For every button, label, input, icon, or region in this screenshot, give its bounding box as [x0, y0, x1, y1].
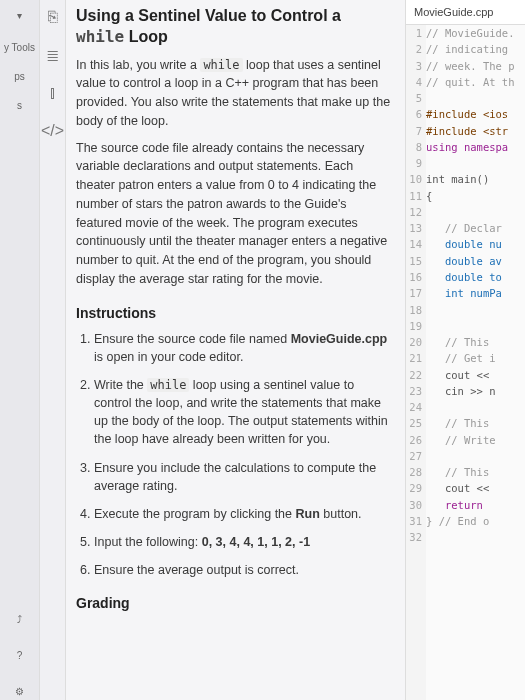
line-number: 30	[406, 497, 422, 513]
code-icon[interactable]: </>	[44, 122, 62, 140]
ps-label: ps	[14, 71, 25, 82]
line-number: 5	[406, 90, 422, 106]
gear-icon: ⚙	[11, 682, 29, 700]
collapse-button[interactable]: ▾	[11, 6, 29, 24]
line-number: 26	[406, 432, 422, 448]
code-line[interactable]	[426, 302, 525, 318]
line-number: 7	[406, 123, 422, 139]
settings-button[interactable]: ⚙	[11, 682, 29, 700]
page-title: Using a Sentinel Value to Control a whil…	[76, 6, 391, 48]
s-nav[interactable]: s	[17, 100, 22, 111]
line-number: 28	[406, 464, 422, 480]
share-button[interactable]: ⤴	[11, 610, 29, 628]
code-line[interactable]	[426, 204, 525, 220]
line-number: 13	[406, 220, 422, 236]
step5-input: 0, 3, 4, 4, 1, 1, 2, -1	[202, 535, 310, 549]
s-label: s	[17, 100, 22, 111]
code-line[interactable]: // indicating	[426, 41, 525, 57]
help-icon: ?	[11, 646, 29, 664]
line-number: 24	[406, 399, 422, 415]
list-icon[interactable]: ≣	[44, 46, 62, 64]
code-line[interactable]	[426, 155, 525, 171]
intro-paragraph: In this lab, you write a while loop that…	[76, 56, 391, 131]
line-number: 11	[406, 188, 422, 204]
description-paragraph: The source code file already contains th…	[76, 139, 391, 289]
line-number: 12	[406, 204, 422, 220]
line-number: 23	[406, 383, 422, 399]
code-line[interactable]	[426, 448, 525, 464]
book-icon[interactable]: ⎘	[44, 8, 62, 26]
code-line[interactable]: #include <str	[426, 123, 525, 139]
instructions-panel: Using a Sentinel Value to Control a whil…	[66, 0, 405, 700]
step-6: Ensure the average output is correct.	[94, 561, 391, 579]
title-text-2: Loop	[129, 28, 168, 45]
line-number: 9	[406, 155, 422, 171]
step4-b: button.	[320, 507, 362, 521]
code-line[interactable]: // Write	[426, 432, 525, 448]
code-line[interactable]: int main()	[426, 171, 525, 187]
code-line[interactable]	[426, 529, 525, 545]
code-line[interactable]	[426, 399, 525, 415]
step4-run: Run	[296, 507, 320, 521]
code-line[interactable]: cout <<	[426, 480, 525, 496]
editor-tab[interactable]: MovieGuide.cpp	[406, 0, 525, 25]
chart-icon[interactable]: ⫿	[44, 84, 62, 102]
line-number: 29	[406, 480, 422, 496]
step-1: Ensure the source code file named MovieG…	[94, 330, 391, 366]
code-line[interactable]: // quit. At th	[426, 74, 525, 90]
line-number: 3	[406, 58, 422, 74]
line-number: 20	[406, 334, 422, 350]
code-line[interactable]	[426, 90, 525, 106]
code-line[interactable]: double av	[426, 253, 525, 269]
code-line[interactable]	[426, 318, 525, 334]
line-number: 21	[406, 350, 422, 366]
line-number: 17	[406, 285, 422, 301]
title-text-1: Using a Sentinel Value to Control a	[76, 7, 341, 24]
intro-keyword: while	[200, 58, 242, 72]
code-line[interactable]: // week. The p	[426, 58, 525, 74]
line-gutter: 1234567891011121314151617181920212223242…	[406, 25, 426, 700]
code-area[interactable]: // MovieGuide.// indicating// week. The …	[426, 25, 525, 700]
step1-b: is open in your code editor.	[94, 350, 243, 364]
code-line[interactable]: #include <ios	[426, 106, 525, 122]
code-line[interactable]: double nu	[426, 236, 525, 252]
line-number: 1	[406, 25, 422, 41]
tools-nav[interactable]: y Tools	[4, 42, 35, 53]
code-line[interactable]: } // End o	[426, 513, 525, 529]
code-line[interactable]: double to	[426, 269, 525, 285]
code-line[interactable]: // Get i	[426, 350, 525, 366]
line-number: 15	[406, 253, 422, 269]
intro-text-a: In this lab, you write a	[76, 58, 200, 72]
code-line[interactable]: // Declar	[426, 220, 525, 236]
line-number: 18	[406, 302, 422, 318]
line-number: 4	[406, 74, 422, 90]
step2-keyword: while	[147, 378, 189, 392]
line-number: 8	[406, 139, 422, 155]
ps-nav[interactable]: ps	[14, 71, 25, 82]
code-line[interactable]: // This	[426, 415, 525, 431]
step1-a: Ensure the source code file named	[94, 332, 291, 346]
title-keyword: while	[76, 27, 124, 46]
code-line[interactable]: using namespa	[426, 139, 525, 155]
step1-file: MovieGuide.cpp	[291, 332, 388, 346]
step5-a: Input the following:	[94, 535, 202, 549]
code-line[interactable]: cout <<	[426, 367, 525, 383]
code-line[interactable]: return	[426, 497, 525, 513]
editor-body[interactable]: 1234567891011121314151617181920212223242…	[406, 25, 525, 700]
instructions-heading: Instructions	[76, 303, 391, 324]
left-rail: ▾ y Tools ps s ⤴ ? ⚙	[0, 0, 40, 700]
line-number: 27	[406, 448, 422, 464]
step2-a: Write the	[94, 378, 147, 392]
step-5: Input the following: 0, 3, 4, 4, 1, 1, 2…	[94, 533, 391, 551]
code-line[interactable]: // MovieGuide.	[426, 25, 525, 41]
help-button[interactable]: ?	[11, 646, 29, 664]
grading-heading: Grading	[76, 593, 391, 614]
code-line[interactable]: // This	[426, 464, 525, 480]
line-number: 19	[406, 318, 422, 334]
code-line[interactable]: {	[426, 188, 525, 204]
code-line[interactable]: int numPa	[426, 285, 525, 301]
chevron-down-icon: ▾	[11, 6, 29, 24]
code-line[interactable]: cin >> n	[426, 383, 525, 399]
code-line[interactable]: // This	[426, 334, 525, 350]
step4-a: Execute the program by clicking the	[94, 507, 296, 521]
